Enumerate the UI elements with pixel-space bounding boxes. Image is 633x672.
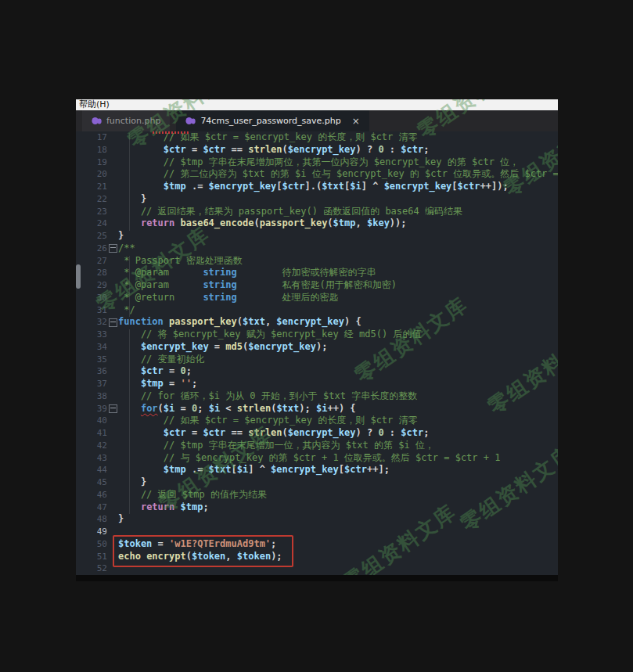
line-number: 21 — [76, 181, 107, 193]
code-line: 48} — [76, 513, 558, 526]
fold-marker-icon[interactable] — [109, 404, 117, 413]
code-line: 30 * @return string 处理后的密匙 — [76, 292, 558, 304]
line-number: 27 — [76, 255, 107, 268]
code-text: /** — [118, 243, 135, 255]
code-line: 18 $ctr = $ctr == strlen($encrypt_key) ?… — [76, 144, 558, 156]
code-text: // $tmp 字串在末尾增加两位，其第一位内容为 $encrypt_key 的… — [118, 156, 519, 169]
code-text: // 将 $encrypt_key 赋为 $encrypt_key 经 md5(… — [118, 329, 421, 341]
code-text: } — [118, 230, 124, 243]
code-text: } — [118, 513, 124, 526]
line-number: 48 — [76, 513, 107, 526]
code-text: $tmp .= $encrypt_key[$ctr].($txt[$i] ^ $… — [118, 181, 509, 193]
code-text: // 返回结果，结果为 passport_key() 函数返回值的 base64… — [118, 206, 462, 218]
code-text: // 如果 $ctr = $encrypt_key 的长度，则 $ctr 清零 — [118, 415, 418, 427]
error-squiggle — [153, 131, 189, 134]
code-line: 37 $tmp = ''; — [76, 378, 558, 390]
window-bottom-edge — [76, 575, 558, 581]
line-number: 50 — [76, 538, 107, 551]
line-number: 40 — [76, 415, 107, 427]
indent-guide — [129, 133, 130, 231]
code-editor[interactable]: 17 // 如果 $ctr = $encrypt_key 的长度，则 $ctr … — [76, 131, 558, 575]
code-text: } — [118, 476, 146, 489]
code-line: 40 // 如果 $ctr = $encrypt_key 的长度，则 $ctr … — [76, 415, 558, 427]
line-number: 32 — [76, 316, 107, 329]
line-number: 30 — [76, 292, 107, 304]
line-number: 33 — [76, 329, 107, 341]
line-number: 37 — [76, 378, 107, 390]
line-number: 45 — [76, 476, 107, 489]
line-number: 35 — [76, 354, 107, 366]
code-line: 34 $encrypt_key = md5($encrypt_key); — [76, 341, 558, 354]
line-number: 23 — [76, 206, 107, 218]
line-number: 52 — [76, 562, 107, 575]
menu-help[interactable]: 帮助(H) — [76, 99, 113, 110]
code-text: // 变量初始化 — [118, 354, 205, 366]
code-text: } — [118, 193, 146, 206]
code-line: 46 // 返回 $tmp 的值作为结果 — [76, 489, 558, 501]
code-line: 24 return base64_encode(passport_key($tm… — [76, 217, 558, 230]
fold-column — [107, 404, 118, 413]
line-number: 38 — [76, 390, 107, 403]
php-file-icon — [185, 117, 196, 125]
code-text: $tmp .= $txt[$i] ^ $encrypt_key[$ctr++]; — [118, 464, 390, 476]
code-text: return $tmp; — [118, 501, 209, 514]
code-text: // 返回 $tmp 的值作为结果 — [118, 489, 267, 501]
fold-marker-icon[interactable] — [109, 244, 117, 253]
code-line: 17 // 如果 $ctr = $encrypt_key 的长度，则 $ctr … — [76, 131, 558, 144]
code-text: // 与 $encrypt_key 的第 $ctr + 1 位取异或。然后 $c… — [118, 452, 500, 465]
code-text: $ctr = $ctr == strlen($encrypt_key) ? 0 … — [118, 144, 429, 156]
code-text: $ctr = $ctr == strlen($encrypt_key) ? 0 … — [118, 427, 429, 440]
code-line: 41 $ctr = $ctr == strlen($encrypt_key) ?… — [76, 427, 558, 440]
tab-label: 74cms_user_password_save.php — [200, 116, 340, 126]
code-line: 36 $ctr = 0; — [76, 365, 558, 378]
line-number: 26 — [76, 243, 107, 255]
tab-74cms-user-password-save-php[interactable]: 74cms_user_password_save.php × — [176, 110, 369, 131]
line-number: 47 — [76, 501, 107, 514]
php-file-icon — [92, 117, 102, 125]
code-text: return base64_encode(passport_key($tmp, … — [118, 217, 407, 230]
code-line: 42 // $tmp 字串在末尾增加一位，其内容为 $txt 的第 $i 位， — [76, 440, 558, 452]
code-line: 44 $tmp .= $txt[$i] ^ $encrypt_key[$ctr+… — [76, 464, 558, 476]
code-line: 29 * @param string 私有密匙(用于解密和加密) — [76, 279, 558, 292]
tab-function-php[interactable]: function.php — [82, 110, 170, 131]
line-number: 49 — [76, 526, 107, 538]
line-number: 22 — [76, 193, 107, 206]
line-number: 51 — [76, 551, 107, 563]
code-line: 25} — [76, 230, 558, 243]
code-line: 45 } — [76, 476, 558, 489]
fold-marker-icon[interactable] — [109, 318, 117, 327]
line-number: 41 — [76, 427, 107, 440]
line-number: 39 — [76, 403, 107, 415]
line-number: 46 — [76, 489, 107, 501]
code-line: 21 $tmp .= $encrypt_key[$ctr].($txt[$i] … — [76, 181, 558, 193]
code-line: 22 } — [76, 193, 558, 206]
code-text: * Passport 密匙处理函数 — [118, 255, 243, 268]
code-lines: 17 // 如果 $ctr = $encrypt_key 的长度，则 $ctr … — [76, 131, 558, 575]
scrollbar-thumb[interactable] — [76, 264, 81, 289]
code-line: 27 * Passport 密匙处理函数 — [76, 255, 558, 268]
code-line: 39 for($i = 0; $i < strlen($txt); $i++) … — [76, 403, 558, 415]
tab-bar: function.php 74cms_user_password_save.ph… — [76, 110, 558, 131]
line-number: 44 — [76, 464, 107, 476]
line-number: 42 — [76, 440, 107, 452]
fold-column — [107, 244, 118, 253]
close-tab-icon[interactable]: × — [352, 117, 360, 126]
app-window: 帮助(H) function.php 74cms_user_password_s… — [76, 99, 558, 575]
code-line: 19 // $tmp 字串在末尾增加两位，其第一位内容为 $encrypt_ke… — [76, 156, 558, 169]
line-number: 36 — [76, 365, 107, 378]
line-number: 19 — [76, 156, 107, 169]
code-line: 31 */ — [76, 304, 558, 317]
line-number: 29 — [76, 279, 107, 292]
code-text: * @param string 私有密匙(用于解密和加密) — [118, 279, 397, 292]
line-number: 17 — [76, 131, 107, 144]
fold-column — [107, 318, 118, 327]
code-text: * @param string 待加密或待解密的字串 — [118, 267, 376, 279]
line-number: 31 — [76, 304, 107, 317]
code-line: 38 // for 循环，$i 为从 0 开始，到小于 $txt 字串长度的整数 — [76, 390, 558, 403]
code-text: // $tmp 字串在末尾增加一位，其内容为 $txt 的第 $i 位， — [118, 440, 434, 452]
code-line: 43 // 与 $encrypt_key 的第 $ctr + 1 位取异或。然后… — [76, 452, 558, 465]
code-text: for($i = 0; $i < strlen($txt); $i++) { — [118, 403, 356, 415]
line-number: 20 — [76, 168, 107, 181]
indent-guide — [129, 256, 130, 317]
line-number: 25 — [76, 230, 107, 243]
